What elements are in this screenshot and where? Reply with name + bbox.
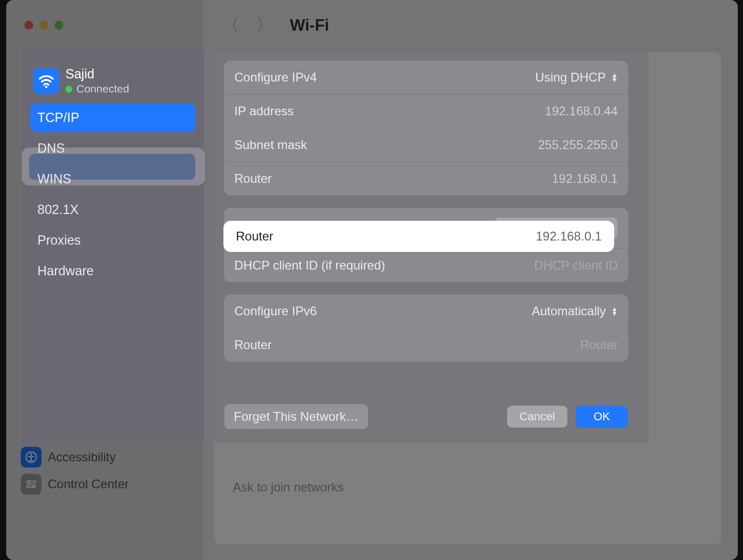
configure-ipv6-label: Configure IPv6 [234,304,317,318]
configure-ipv4-row[interactable]: Configure IPv4 Using DHCP ▲▼ [224,61,628,94]
chevron-updown-icon: ▲▼ [611,73,618,82]
network-status-label: Connected [76,83,129,95]
ip-address-label: IP address [234,104,294,118]
router-highlight-label: Router [236,229,273,244]
subnet-mask-label: Subnet mask [234,138,307,152]
wifi-icon [33,68,59,94]
network-status: Connected [65,83,129,95]
ipv6-section: Configure IPv6 Automatically ▲▼ Router R… [223,294,629,362]
tab-proxies[interactable]: Proxies [30,226,195,255]
tab-wins[interactable]: WINS [30,165,195,193]
tab-tcpip[interactable]: TCP/IP [30,103,195,132]
svg-point-6 [45,86,48,88]
tab-8021x[interactable]: 802.1X [30,195,195,224]
status-dot-icon [65,86,72,92]
modal-sidebar: Sajid Connected TCP/IP DNS WINS 802.1X P… [22,49,204,443]
ipv4-section: Configure IPv4 Using DHCP ▲▼ IP address … [223,60,629,196]
router-ipv6-row[interactable]: Router Router [224,328,628,362]
configure-ipv4-value: Using DHCP ▲▼ [535,70,618,85]
configure-ipv4-label: Configure IPv4 [234,70,317,85]
network-name: Sajid [65,66,129,82]
network-details-modal: Sajid Connected TCP/IP DNS WINS 802.1X P… [22,49,648,443]
ip-address-value: 192.168.0.44 [545,104,618,118]
dhcp-client-row[interactable]: DHCP client ID (if required) DHCP client… [224,248,628,282]
subnet-mask-value: 255.255.255.0 [538,138,618,152]
subnet-mask-row: Subnet mask 255.255.255.0 [224,128,628,162]
router-ipv6-field[interactable]: Router [580,338,618,352]
router-ipv4-value: 192.168.0.1 [552,171,618,186]
forget-network-button[interactable]: Forget This Network… [224,404,368,429]
dhcp-client-label: DHCP client ID (if required) [234,258,385,273]
ip-address-row: IP address 192.168.0.44 [224,94,628,128]
tab-dns[interactable]: DNS [30,134,195,163]
configure-ipv6-row[interactable]: Configure IPv6 Automatically ▲▼ [224,295,628,328]
router-ipv4-label: Router [234,171,272,186]
dhcp-client-field[interactable]: DHCP client ID [534,258,618,273]
modal-tab-list: TCP/IP DNS WINS 802.1X Proxies Hardware [28,103,197,285]
router-row-highlight: Router 192.168.0.1 [223,221,614,252]
configure-ipv6-value: Automatically ▲▼ [532,304,618,318]
cancel-button[interactable]: Cancel [507,406,567,428]
modal-footer: Forget This Network… Cancel OK [224,404,628,429]
router-ipv6-label: Router [234,338,272,352]
tab-hardware[interactable]: Hardware [30,257,195,285]
network-header: Sajid Connected [28,60,197,101]
router-highlight-value: 192.168.0.1 [536,229,602,244]
ok-button[interactable]: OK [576,406,628,428]
chevron-updown-icon: ▲▼ [611,306,618,316]
router-ipv4-row: Router 192.168.0.1 [224,162,628,195]
